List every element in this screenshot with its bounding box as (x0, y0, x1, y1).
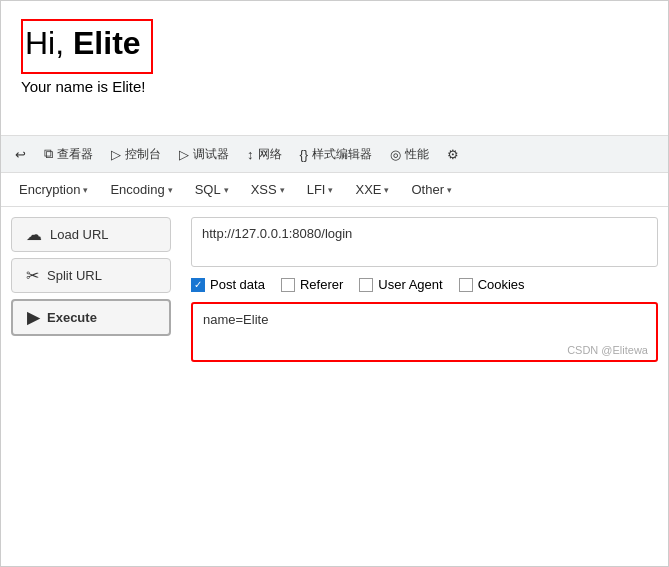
checkbox-post-data[interactable]: Post data (191, 277, 265, 292)
sql-arrow-icon: ▾ (224, 185, 229, 195)
post-data-checkbox[interactable] (191, 278, 205, 292)
menu-encryption[interactable]: Encryption ▾ (9, 178, 98, 201)
devtools-style-editor[interactable]: {} 样式编辑器 (292, 136, 381, 172)
greeting-prefix: Hi, (25, 25, 73, 61)
style-editor-icon: {} (300, 147, 309, 162)
console-label: 控制台 (125, 146, 161, 163)
menu-sql[interactable]: SQL ▾ (185, 178, 239, 201)
checkbox-referer[interactable]: Referer (281, 277, 343, 292)
devtools-inspector[interactable]: ⧉ 查看器 (36, 136, 101, 172)
split-url-button[interactable]: ✂ Split URL (11, 258, 171, 293)
load-url-icon: ☁ (26, 225, 42, 244)
menu-xxe[interactable]: XXE ▾ (345, 178, 399, 201)
devtools-more[interactable]: ⚙ (439, 136, 467, 172)
menu-encoding-label: Encoding (110, 182, 164, 197)
xxe-arrow-icon: ▾ (384, 185, 389, 195)
more-icon: ⚙ (447, 147, 459, 162)
inspector-icon: ⧉ (44, 146, 53, 162)
menu-xss-label: XSS (251, 182, 277, 197)
referer-checkbox[interactable] (281, 278, 295, 292)
performance-icon: ◎ (390, 147, 401, 162)
cookies-label: Cookies (478, 277, 525, 292)
cookies-checkbox[interactable] (459, 278, 473, 292)
menu-bar: Encryption ▾ Encoding ▾ SQL ▾ XSS ▾ LFI … (1, 173, 668, 207)
load-url-label: Load URL (50, 227, 109, 242)
greeting-title: Hi, Elite (25, 25, 141, 62)
checkbox-cookies[interactable]: Cookies (459, 277, 525, 292)
devtools-bar: ↩ ⧉ 查看器 ▷ 控制台 ▷ 调试器 ↕ 网络 {} 样式编辑器 ◎ 性能 ⚙ (1, 135, 668, 173)
menu-encryption-label: Encryption (19, 182, 80, 197)
console-icon: ▷ (111, 147, 121, 162)
greeting-box: Hi, Elite (21, 19, 153, 74)
network-label: 网络 (258, 146, 282, 163)
execute-icon: ▶ (27, 308, 39, 327)
post-data-box[interactable]: name=Elite CSDN @Elitewa (191, 302, 658, 362)
devtools-back[interactable]: ↩ (7, 136, 34, 172)
style-editor-label: 样式编辑器 (312, 146, 372, 163)
inspector-label: 查看器 (57, 146, 93, 163)
menu-encoding[interactable]: Encoding ▾ (100, 178, 182, 201)
menu-other[interactable]: Other ▾ (401, 178, 462, 201)
menu-lfi-label: LFI (307, 182, 326, 197)
devtools-debugger[interactable]: ▷ 调试器 (171, 136, 237, 172)
devtools-network[interactable]: ↕ 网络 (239, 136, 290, 172)
network-icon: ↕ (247, 147, 254, 162)
other-arrow-icon: ▾ (447, 185, 452, 195)
split-url-label: Split URL (47, 268, 102, 283)
devtools-console[interactable]: ▷ 控制台 (103, 136, 169, 172)
post-data-label: Post data (210, 277, 265, 292)
menu-sql-label: SQL (195, 182, 221, 197)
tool-area: ☁ Load URL ✂ Split URL ▶ Execute http://… (1, 207, 668, 372)
post-data-value: name=Elite (203, 312, 268, 327)
debugger-icon: ▷ (179, 147, 189, 162)
menu-xxe-label: XXE (355, 182, 381, 197)
left-panel: ☁ Load URL ✂ Split URL ▶ Execute (11, 217, 181, 362)
greeting-subtitle: Your name is Elite! (21, 78, 648, 95)
referer-label: Referer (300, 277, 343, 292)
execute-label: Execute (47, 310, 97, 325)
execute-button[interactable]: ▶ Execute (11, 299, 171, 336)
checkbox-user-agent[interactable]: User Agent (359, 277, 442, 292)
main-content: Hi, Elite Your name is Elite! (1, 1, 668, 105)
greeting-name: Elite (73, 25, 141, 61)
lfi-arrow-icon: ▾ (328, 185, 333, 195)
split-url-icon: ✂ (26, 266, 39, 285)
checkbox-row: Post data Referer User Agent Cookies (191, 275, 658, 294)
encoding-arrow-icon: ▾ (168, 185, 173, 195)
user-agent-label: User Agent (378, 277, 442, 292)
debugger-label: 调试器 (193, 146, 229, 163)
url-value: http://127.0.0.1:8080/login (202, 226, 352, 241)
menu-lfi[interactable]: LFI ▾ (297, 178, 344, 201)
load-url-button[interactable]: ☁ Load URL (11, 217, 171, 252)
performance-label: 性能 (405, 146, 429, 163)
url-input[interactable]: http://127.0.0.1:8080/login (191, 217, 658, 267)
menu-xss[interactable]: XSS ▾ (241, 178, 295, 201)
encryption-arrow-icon: ▾ (83, 185, 88, 195)
back-icon: ↩ (15, 147, 26, 162)
menu-other-label: Other (411, 182, 444, 197)
user-agent-checkbox[interactable] (359, 278, 373, 292)
watermark-text: CSDN @Elitewa (567, 344, 648, 356)
devtools-performance[interactable]: ◎ 性能 (382, 136, 437, 172)
xss-arrow-icon: ▾ (280, 185, 285, 195)
right-panel: http://127.0.0.1:8080/login Post data Re… (181, 217, 658, 362)
